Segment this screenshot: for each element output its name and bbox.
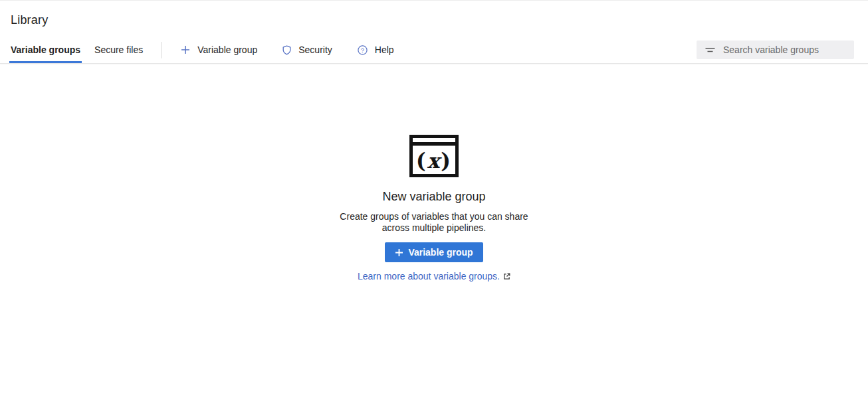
tab-secure-files-label: Secure files <box>94 44 143 55</box>
filter-icon <box>705 46 715 54</box>
tab-variable-groups[interactable]: Variable groups <box>11 37 80 63</box>
help-command-label: Help <box>375 44 394 55</box>
variable-group-button[interactable]: Variable group <box>385 242 483 262</box>
plus-icon <box>181 45 190 54</box>
plus-icon <box>395 248 403 257</box>
new-variable-group-command[interactable]: Variable group <box>181 44 257 55</box>
page-header: Library <box>0 1 868 27</box>
page-title: Library <box>11 13 868 27</box>
learn-more-link[interactable]: Learn more about variable groups. <box>358 271 510 281</box>
variable-group-button-label: Variable group <box>408 247 473 258</box>
security-command[interactable]: Security <box>282 44 332 55</box>
svg-text:(x): (x) <box>416 149 452 173</box>
help-command[interactable]: ? Help <box>358 44 394 55</box>
variable-group-window-icon: (x) <box>409 135 459 177</box>
library-page: Library Variable groups Secure files Var… <box>0 0 868 399</box>
security-command-label: Security <box>298 44 332 55</box>
svg-text:?: ? <box>361 46 364 53</box>
help-icon: ? <box>358 45 368 55</box>
learn-more-link-label: Learn more about variable groups. <box>358 271 500 281</box>
shield-icon <box>282 45 291 55</box>
search-input[interactable] <box>723 44 849 55</box>
search-box[interactable] <box>697 40 854 59</box>
new-variable-group-command-label: Variable group <box>197 44 257 55</box>
empty-state-title: New variable group <box>382 190 485 204</box>
tab-variable-groups-label: Variable groups <box>11 44 80 55</box>
toolbar-divider <box>162 42 162 58</box>
empty-state: (x) New variable group Create groups of … <box>0 135 868 281</box>
external-link-icon <box>503 273 510 280</box>
tab-secure-files[interactable]: Secure files <box>94 37 143 63</box>
empty-state-description: Create groups of variables that you can … <box>332 211 536 234</box>
tab-bar: Variable groups Secure files Variable gr… <box>0 37 868 64</box>
